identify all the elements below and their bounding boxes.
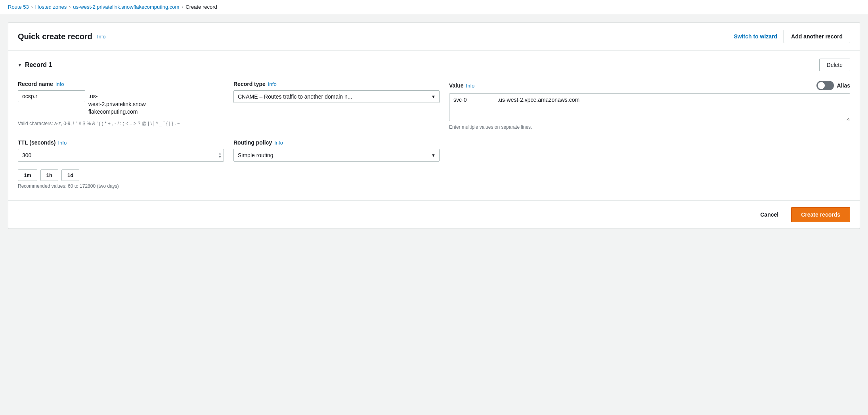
record-name-label: Record name Info: [18, 81, 224, 87]
value-hint: Enter multiple values on separate lines.: [449, 124, 850, 130]
record-name-row: .us-west-2.privatelink.snowflakecomputin…: [18, 90, 224, 116]
record-card-header: ▼ Record 1 Delete: [18, 59, 850, 71]
cancel-button[interactable]: Cancel: [754, 208, 785, 221]
breadcrumb-hosted-zones[interactable]: Hosted zones: [35, 4, 67, 10]
alias-toggle[interactable]: [816, 81, 834, 90]
page-header-left: Quick create record Info: [18, 32, 106, 41]
ttl-down-arrow[interactable]: ▼: [218, 156, 222, 159]
routing-policy-field: Routing policy Info Simple routing Failo…: [233, 139, 440, 162]
ttl-spinners: ▲ ▼: [218, 152, 222, 159]
ttl-1h-button[interactable]: 1h: [40, 169, 58, 181]
record-type-label: Record type Info: [233, 81, 440, 87]
record-type-field: Record type Info CNAME – Routes traffic …: [233, 81, 440, 130]
form-grid-top: Record name Info .us-west-2.privatelink.…: [18, 81, 850, 130]
valid-chars-hint: Valid characters: a-z, 0-9, ! " # $ % & …: [18, 120, 224, 127]
breadcrumb-sep-2: ›: [69, 4, 71, 10]
toggle-slider: [816, 81, 834, 90]
value-field: Value Info Alias svc-0 .us-west-2.vpce.a…: [449, 81, 850, 130]
record-name-input[interactable]: [18, 90, 85, 102]
switch-to-wizard-link[interactable]: Switch to wizard: [734, 33, 777, 40]
ttl-recommended-text: Recommended values: 60 to 172800 (two da…: [18, 183, 850, 189]
page-title: Quick create record: [18, 32, 92, 41]
ttl-input-wrapper: ▲ ▼: [18, 149, 224, 162]
breadcrumb-hosted-zone-name[interactable]: us-west-2.privatelink.snowflakecomputing…: [73, 4, 179, 10]
ttl-routing-row: TTL (seconds) Info ▲ ▼ Routing policy In…: [18, 139, 850, 162]
record-name-field: Record name Info .us-west-2.privatelink.…: [18, 81, 224, 130]
breadcrumb-sep-3: ›: [182, 4, 183, 10]
record-title-text: Record 1: [25, 61, 52, 69]
breadcrumb-route53[interactable]: Route 53: [8, 4, 29, 10]
ttl-label: TTL (seconds) Info: [18, 139, 224, 146]
ttl-field: TTL (seconds) Info ▲ ▼: [18, 139, 224, 162]
main-content: Quick create record Info Switch to wizar…: [0, 14, 868, 413]
domain-suffix: .us-west-2.privatelink.snowflakecomputin…: [88, 93, 146, 116]
value-info[interactable]: Info: [466, 83, 475, 89]
record-name-info[interactable]: Info: [55, 81, 64, 87]
routing-policy-label: Routing policy Info: [233, 139, 440, 146]
page-header-right: Switch to wizard Add another record: [734, 30, 850, 43]
alias-group: Alias: [816, 81, 850, 90]
ttl-input[interactable]: [18, 149, 224, 162]
routing-policy-select-wrapper: Simple routing Failover Geolocation Geop…: [233, 149, 440, 162]
page-footer: Cancel Create records: [8, 200, 860, 229]
breadcrumb-sep-1: ›: [31, 4, 33, 10]
record-title: ▼ Record 1: [18, 61, 52, 69]
routing-policy-select[interactable]: Simple routing Failover Geolocation Geop…: [233, 149, 440, 162]
record-type-select[interactable]: CNAME – Routes traffic to another domain…: [233, 90, 440, 103]
record-type-select-wrapper: CNAME – Routes traffic to another domain…: [233, 90, 440, 103]
breadcrumb: Route 53 › Hosted zones › us-west-2.priv…: [0, 0, 868, 14]
record-type-info[interactable]: Info: [268, 81, 277, 87]
collapse-icon: ▼: [18, 63, 22, 67]
breadcrumb-current: Create record: [185, 4, 217, 10]
value-textarea[interactable]: svc-0 .us-west-2.vpce.amazonaws.com: [449, 93, 850, 121]
record-card: ▼ Record 1 Delete Record name Info .us-w…: [8, 50, 860, 200]
alias-label: Alias: [837, 82, 850, 89]
add-another-record-button[interactable]: Add another record: [784, 30, 850, 43]
ttl-info[interactable]: Info: [58, 140, 67, 146]
value-field-header: Value Info Alias: [449, 81, 850, 90]
page-header: Quick create record Info Switch to wizar…: [8, 22, 860, 50]
delete-button[interactable]: Delete: [819, 59, 850, 71]
header-info-link[interactable]: Info: [97, 34, 106, 40]
ttl-1m-button[interactable]: 1m: [18, 169, 37, 181]
quick-ttl-row: 1m 1h 1d: [18, 169, 850, 181]
ttl-up-arrow[interactable]: ▲: [218, 152, 222, 155]
value-label-group: Value Info: [449, 82, 474, 89]
routing-policy-info[interactable]: Info: [274, 140, 283, 146]
create-records-button[interactable]: Create records: [791, 207, 850, 222]
ttl-1d-button[interactable]: 1d: [61, 169, 79, 181]
